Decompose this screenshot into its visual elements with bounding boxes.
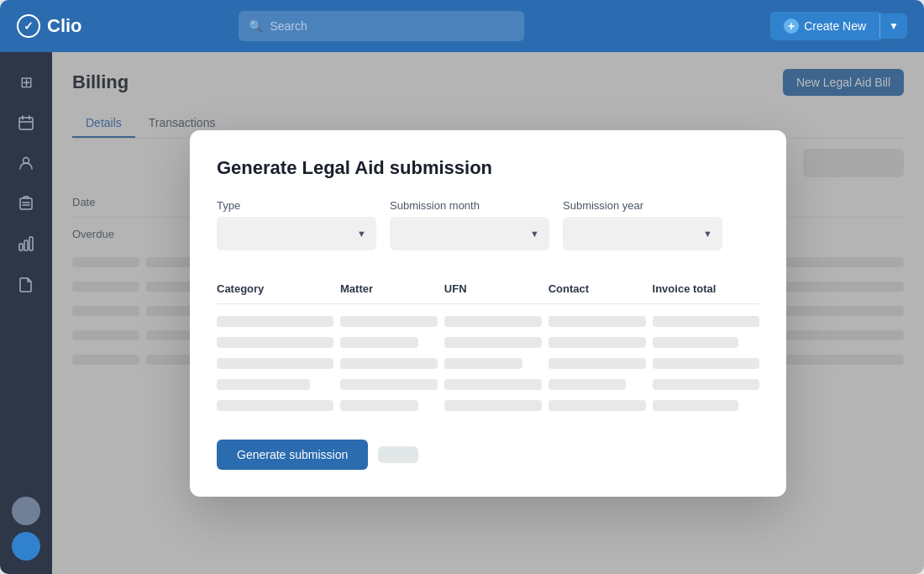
- table-row: [217, 332, 759, 353]
- submission-year-label: Submission year: [563, 199, 722, 212]
- type-select-wrapper: ▼: [217, 217, 376, 250]
- sidebar-item-files[interactable]: [9, 267, 43, 301]
- submission-month-select[interactable]: [390, 217, 549, 250]
- generate-legal-aid-modal: Generate Legal Aid submission Type ▼: [190, 130, 786, 497]
- modal-overlay: Generate Legal Aid submission Type ▼: [52, 52, 924, 574]
- sidebar-item-contacts[interactable]: [9, 146, 43, 180]
- col-ufn: UFN: [444, 282, 542, 295]
- submission-month-filter-group: Submission month ▼: [390, 199, 549, 250]
- submission-year-filter-group: Submission year ▼: [563, 199, 722, 250]
- main-layout: ⊞: [0, 52, 924, 574]
- submission-year-select-wrapper: ▼: [563, 217, 722, 250]
- filter-row: Type ▼ Submission month: [217, 199, 759, 250]
- sidebar-item-calendar[interactable]: [9, 106, 43, 140]
- svg-rect-5: [20, 198, 32, 209]
- sidebar: ⊞: [0, 52, 52, 574]
- create-new-dropdown-button[interactable]: ▼: [879, 13, 907, 39]
- search-icon: 🔍: [249, 19, 263, 33]
- svg-rect-10: [29, 237, 33, 250]
- svg-rect-9: [24, 240, 28, 250]
- type-label: Type: [217, 199, 376, 212]
- search-input[interactable]: [270, 19, 514, 33]
- sidebar-bottom: [12, 497, 40, 561]
- col-category: Category: [217, 282, 333, 295]
- sidebar-item-dashboard[interactable]: ⊞: [9, 66, 43, 99]
- submission-month-select-wrapper: ▼: [390, 217, 549, 250]
- table-row: [217, 311, 759, 332]
- sidebar-item-matters[interactable]: [9, 187, 43, 220]
- avatar-blue[interactable]: [12, 532, 40, 561]
- col-matter: Matter: [340, 282, 438, 295]
- table-row: [217, 353, 759, 374]
- col-contact: Contact: [549, 282, 646, 295]
- logo-area: ✓ Clio: [17, 14, 109, 38]
- modal-title: Generate Legal Aid submission: [217, 157, 759, 179]
- create-new-button[interactable]: + Create New: [770, 12, 879, 40]
- type-select[interactable]: [217, 217, 376, 250]
- col-invoice-total: Invoice total: [653, 282, 759, 295]
- cancel-button[interactable]: [378, 446, 418, 463]
- topbar: ✓ Clio 🔍 + Create New ▼: [0, 0, 924, 52]
- sidebar-item-reports[interactable]: [9, 227, 43, 261]
- avatar-gray[interactable]: [12, 497, 40, 525]
- content-area: Billing New Legal Aid Bill Details Trans…: [52, 52, 924, 574]
- topbar-right: + Create New ▼: [770, 12, 907, 40]
- table-row: [217, 395, 759, 416]
- svg-rect-8: [19, 244, 23, 250]
- modal-table: Category Matter UFN Contact Invoice tota…: [217, 274, 759, 416]
- type-filter-group: Type ▼: [217, 199, 376, 250]
- search-bar[interactable]: 🔍: [239, 11, 524, 41]
- clio-logo-icon: ✓: [17, 14, 40, 38]
- submission-year-select[interactable]: [563, 217, 722, 250]
- generate-submission-button[interactable]: Generate submission: [217, 440, 368, 470]
- app-name: Clio: [47, 15, 82, 37]
- create-new-plus-icon: +: [784, 18, 799, 34]
- svg-rect-0: [19, 118, 33, 129]
- submission-month-label: Submission month: [390, 199, 549, 212]
- modal-footer: Generate submission: [217, 440, 759, 470]
- modal-table-header: Category Matter UFN Contact Invoice tota…: [217, 274, 759, 304]
- table-row: [217, 374, 759, 395]
